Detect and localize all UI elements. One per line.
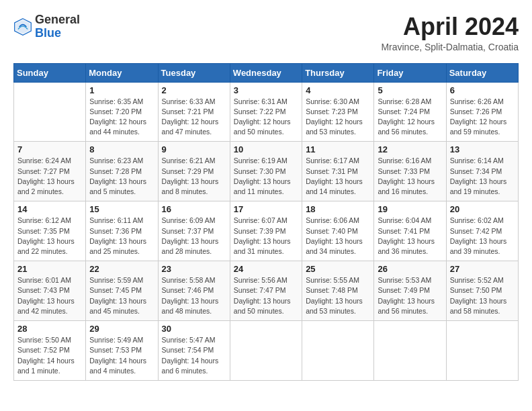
day-number: 15 bbox=[89, 204, 154, 214]
day-info: Sunrise: 6:11 AMSunset: 7:36 PMDaylight:… bbox=[89, 216, 154, 257]
day-number: 16 bbox=[162, 204, 226, 214]
calendar-week-4: 21Sunrise: 6:01 AMSunset: 7:43 PMDayligh… bbox=[14, 261, 519, 321]
calendar-cell: 3Sunrise: 6:31 AMSunset: 7:22 PMDaylight… bbox=[230, 82, 302, 142]
day-info: Sunrise: 6:16 AMSunset: 7:33 PMDaylight:… bbox=[378, 156, 442, 197]
calendar-week-1: 1Sunrise: 6:35 AMSunset: 7:20 PMDaylight… bbox=[14, 82, 519, 142]
calendar-cell: 12Sunrise: 6:16 AMSunset: 7:33 PMDayligh… bbox=[374, 142, 446, 201]
calendar-cell: 13Sunrise: 6:14 AMSunset: 7:34 PMDayligh… bbox=[446, 142, 518, 201]
weekday-header-tuesday: Tuesday bbox=[158, 63, 230, 82]
day-info: Sunrise: 5:47 AMSunset: 7:54 PMDaylight:… bbox=[162, 335, 226, 376]
calendar-cell: 10Sunrise: 6:19 AMSunset: 7:30 PMDayligh… bbox=[230, 142, 302, 201]
calendar-cell: 26Sunrise: 5:53 AMSunset: 7:49 PMDayligh… bbox=[374, 261, 446, 321]
day-number: 26 bbox=[378, 264, 442, 274]
day-number: 23 bbox=[162, 264, 226, 274]
logo-icon bbox=[13, 17, 32, 36]
day-info: Sunrise: 6:24 AMSunset: 7:27 PMDaylight:… bbox=[17, 156, 82, 197]
calendar-cell: 5Sunrise: 6:28 AMSunset: 7:24 PMDaylight… bbox=[374, 82, 446, 142]
calendar-cell: 4Sunrise: 6:30 AMSunset: 7:23 PMDaylight… bbox=[302, 82, 374, 142]
calendar-cell: 7Sunrise: 6:24 AMSunset: 7:27 PMDaylight… bbox=[14, 142, 86, 201]
calendar-cell: 18Sunrise: 6:06 AMSunset: 7:40 PMDayligh… bbox=[302, 201, 374, 261]
weekday-header-row: SundayMondayTuesdayWednesdayThursdayFrid… bbox=[14, 63, 519, 82]
calendar-cell: 30Sunrise: 5:47 AMSunset: 7:54 PMDayligh… bbox=[158, 321, 230, 381]
day-number: 28 bbox=[17, 324, 82, 334]
day-info: Sunrise: 5:59 AMSunset: 7:45 PMDaylight:… bbox=[89, 275, 154, 316]
day-info: Sunrise: 5:50 AMSunset: 7:52 PMDaylight:… bbox=[17, 335, 82, 376]
calendar-cell: 2Sunrise: 6:33 AMSunset: 7:21 PMDaylight… bbox=[158, 82, 230, 142]
calendar-cell bbox=[374, 321, 446, 381]
day-info: Sunrise: 6:26 AMSunset: 7:26 PMDaylight:… bbox=[450, 97, 515, 138]
weekday-header-friday: Friday bbox=[374, 63, 446, 82]
calendar-cell: 25Sunrise: 5:55 AMSunset: 7:48 PMDayligh… bbox=[302, 261, 374, 321]
calendar-cell: 16Sunrise: 6:09 AMSunset: 7:37 PMDayligh… bbox=[158, 201, 230, 261]
calendar-cell: 15Sunrise: 6:11 AMSunset: 7:36 PMDayligh… bbox=[86, 201, 158, 261]
day-number: 7 bbox=[17, 144, 82, 154]
day-number: 8 bbox=[89, 144, 154, 154]
day-number: 29 bbox=[89, 324, 154, 334]
day-number: 20 bbox=[450, 204, 515, 214]
calendar-cell: 24Sunrise: 5:56 AMSunset: 7:47 PMDayligh… bbox=[230, 261, 302, 321]
day-number: 14 bbox=[17, 204, 82, 214]
weekday-header-monday: Monday bbox=[86, 63, 158, 82]
calendar-week-3: 14Sunrise: 6:12 AMSunset: 7:35 PMDayligh… bbox=[14, 201, 519, 261]
day-info: Sunrise: 6:02 AMSunset: 7:42 PMDaylight:… bbox=[450, 216, 515, 257]
day-number: 17 bbox=[234, 204, 298, 214]
day-info: Sunrise: 5:53 AMSunset: 7:49 PMDaylight:… bbox=[378, 275, 442, 316]
calendar-cell: 27Sunrise: 5:52 AMSunset: 7:50 PMDayligh… bbox=[446, 261, 518, 321]
day-number: 3 bbox=[234, 85, 298, 95]
day-info: Sunrise: 5:55 AMSunset: 7:48 PMDaylight:… bbox=[306, 275, 370, 316]
calendar-week-2: 7Sunrise: 6:24 AMSunset: 7:27 PMDaylight… bbox=[14, 142, 519, 201]
day-info: Sunrise: 6:21 AMSunset: 7:29 PMDaylight:… bbox=[162, 156, 226, 197]
day-info: Sunrise: 6:06 AMSunset: 7:40 PMDaylight:… bbox=[306, 216, 370, 257]
day-number: 19 bbox=[378, 204, 442, 214]
day-info: Sunrise: 6:19 AMSunset: 7:30 PMDaylight:… bbox=[234, 156, 298, 197]
weekday-header-saturday: Saturday bbox=[446, 63, 518, 82]
day-number: 27 bbox=[450, 264, 515, 274]
day-number: 12 bbox=[378, 144, 442, 154]
logo-text: General Blue bbox=[35, 13, 80, 40]
calendar-cell bbox=[302, 321, 374, 381]
calendar-cell: 11Sunrise: 6:17 AMSunset: 7:31 PMDayligh… bbox=[302, 142, 374, 201]
calendar-cell: 14Sunrise: 6:12 AMSunset: 7:35 PMDayligh… bbox=[14, 201, 86, 261]
month-title: April 2024 bbox=[381, 13, 519, 40]
day-info: Sunrise: 5:58 AMSunset: 7:46 PMDaylight:… bbox=[162, 275, 226, 316]
calendar-cell: 8Sunrise: 6:23 AMSunset: 7:28 PMDaylight… bbox=[86, 142, 158, 201]
calendar-cell: 19Sunrise: 6:04 AMSunset: 7:41 PMDayligh… bbox=[374, 201, 446, 261]
day-info: Sunrise: 6:30 AMSunset: 7:23 PMDaylight:… bbox=[306, 97, 370, 138]
day-number: 5 bbox=[378, 85, 442, 95]
calendar-cell: 28Sunrise: 5:50 AMSunset: 7:52 PMDayligh… bbox=[14, 321, 86, 381]
calendar-cell: 9Sunrise: 6:21 AMSunset: 7:29 PMDaylight… bbox=[158, 142, 230, 201]
day-number: 21 bbox=[17, 264, 82, 274]
day-info: Sunrise: 6:31 AMSunset: 7:22 PMDaylight:… bbox=[234, 97, 298, 138]
day-info: Sunrise: 6:04 AMSunset: 7:41 PMDaylight:… bbox=[378, 216, 442, 257]
day-info: Sunrise: 6:12 AMSunset: 7:35 PMDaylight:… bbox=[17, 216, 82, 257]
day-number: 22 bbox=[89, 264, 154, 274]
calendar-cell: 21Sunrise: 6:01 AMSunset: 7:43 PMDayligh… bbox=[14, 261, 86, 321]
day-number: 25 bbox=[306, 264, 370, 274]
location: Mravince, Split-Dalmatia, Croatia bbox=[381, 42, 519, 52]
day-number: 18 bbox=[306, 204, 370, 214]
weekday-header-wednesday: Wednesday bbox=[230, 63, 302, 82]
calendar-cell: 20Sunrise: 6:02 AMSunset: 7:42 PMDayligh… bbox=[446, 201, 518, 261]
calendar-cell: 29Sunrise: 5:49 AMSunset: 7:53 PMDayligh… bbox=[86, 321, 158, 381]
day-info: Sunrise: 5:49 AMSunset: 7:53 PMDaylight:… bbox=[89, 335, 154, 376]
day-number: 1 bbox=[89, 85, 154, 95]
day-number: 9 bbox=[162, 144, 226, 154]
calendar-cell bbox=[230, 321, 302, 381]
day-info: Sunrise: 6:28 AMSunset: 7:24 PMDaylight:… bbox=[378, 97, 442, 138]
day-info: Sunrise: 6:33 AMSunset: 7:21 PMDaylight:… bbox=[162, 97, 226, 138]
svg-marker-0 bbox=[16, 19, 30, 34]
day-number: 10 bbox=[234, 144, 298, 154]
title-block: April 2024 Mravince, Split-Dalmatia, Cro… bbox=[381, 13, 519, 52]
day-info: Sunrise: 6:23 AMSunset: 7:28 PMDaylight:… bbox=[89, 156, 154, 197]
calendar-cell: 22Sunrise: 5:59 AMSunset: 7:45 PMDayligh… bbox=[86, 261, 158, 321]
day-number: 13 bbox=[450, 144, 515, 154]
calendar-cell: 1Sunrise: 6:35 AMSunset: 7:20 PMDaylight… bbox=[86, 82, 158, 142]
day-number: 2 bbox=[162, 85, 226, 95]
day-info: Sunrise: 6:35 AMSunset: 7:20 PMDaylight:… bbox=[89, 97, 154, 138]
day-number: 6 bbox=[450, 85, 515, 95]
day-info: Sunrise: 5:52 AMSunset: 7:50 PMDaylight:… bbox=[450, 275, 515, 316]
calendar-table: SundayMondayTuesdayWednesdayThursdayFrid… bbox=[13, 63, 519, 381]
calendar-cell bbox=[446, 321, 518, 381]
calendar-cell: 23Sunrise: 5:58 AMSunset: 7:46 PMDayligh… bbox=[158, 261, 230, 321]
page-header: General Blue April 2024 Mravince, Split-… bbox=[13, 13, 519, 52]
